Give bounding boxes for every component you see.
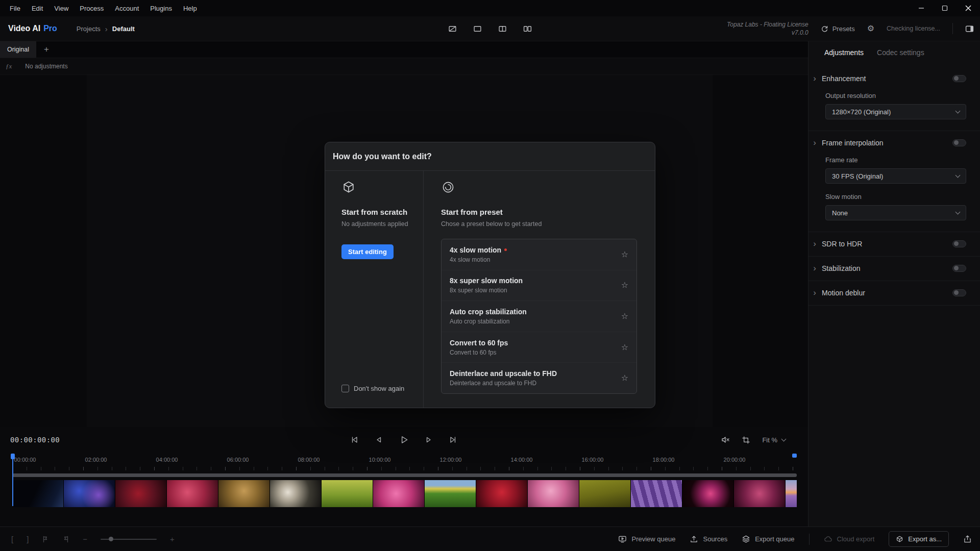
license-name: Topaz Labs - Floating License (727, 20, 808, 29)
stabilization-toggle[interactable] (952, 265, 966, 272)
frame-rate-select[interactable]: 30 FPS (Original) (825, 168, 966, 184)
favorite-star-icon[interactable]: ☆ (621, 374, 628, 382)
preset-heading: Start from preset (441, 208, 637, 216)
header-left: Video AIPro Projects › Default (8, 16, 135, 41)
adjustments-status: No adjustments (25, 63, 67, 70)
menu-account[interactable]: Account (109, 3, 144, 14)
menu-edit[interactable]: Edit (26, 3, 48, 14)
breadcrumb-projects[interactable]: Projects (77, 25, 101, 33)
filmstrip-thumb-bronze-glitter[interactable] (218, 480, 270, 507)
split-diagonal-view-icon[interactable] (448, 24, 457, 33)
filmstrip-thumb-crimson-flower[interactable] (476, 480, 527, 507)
menu-help[interactable]: Help (178, 3, 203, 14)
group-header[interactable]: › SDR to HDR (812, 239, 966, 248)
filmstrip-thumb-lavender-rows[interactable] (631, 480, 682, 507)
preset-title: Deinterlace and upscale to FHD (450, 369, 557, 378)
group-header[interactable]: › Frame interpolation (812, 138, 966, 147)
favorite-star-icon[interactable]: ☆ (621, 281, 628, 289)
dont-show-again-checkbox[interactable] (341, 385, 349, 392)
favorite-star-icon[interactable]: ☆ (621, 312, 628, 320)
zoom-out-icon[interactable]: − (83, 535, 87, 543)
preview-queue-button[interactable]: Preview queue (618, 535, 675, 543)
play-button[interactable] (399, 435, 409, 445)
minimize-button[interactable] (910, 0, 933, 16)
share-icon[interactable] (963, 535, 972, 543)
tab-adjustments[interactable]: Adjustments (824, 48, 864, 57)
tab-codec-settings[interactable]: Codec settings (877, 48, 924, 57)
side-by-side-view-icon[interactable] (523, 24, 532, 33)
marker-in-icon[interactable] (42, 536, 49, 543)
favorite-star-icon[interactable]: ☆ (621, 343, 628, 352)
filmstrip-thumb-pink-dahlia[interactable] (682, 480, 733, 507)
step-back-button[interactable] (374, 435, 383, 444)
filmstrip-thumb-magenta-flowers[interactable] (373, 480, 424, 507)
skip-to-end-button[interactable] (449, 435, 458, 444)
mark-in-icon[interactable]: [ (11, 535, 13, 543)
zoom-in-icon[interactable]: + (170, 535, 175, 543)
menu-process[interactable]: Process (74, 3, 109, 14)
filmstrip-thumb-lavender-sunset[interactable] (786, 480, 797, 507)
filmstrip-thumb-white-blossoms[interactable] (270, 480, 321, 507)
crop-icon[interactable] (742, 436, 750, 444)
favorite-star-icon[interactable]: ☆ (621, 251, 628, 259)
zoom-fit-select[interactable]: Fit % (762, 436, 786, 444)
filmstrip-thumb-olive-field[interactable] (579, 480, 630, 507)
close-button[interactable] (957, 0, 980, 16)
breadcrumb-current-project[interactable]: Default (112, 25, 135, 33)
marker-out-icon[interactable] (62, 536, 69, 543)
presets-button[interactable]: Presets (821, 25, 855, 33)
sdr-to-hdr-toggle[interactable] (952, 240, 966, 247)
add-tab-button[interactable]: + (36, 41, 57, 58)
group-header[interactable]: › Enhancement (812, 74, 966, 83)
preset-item-8x-super-slow-motion[interactable]: 8x super slow motion 8x super slow motio… (442, 270, 636, 301)
timeline-range-end-handle[interactable] (792, 454, 797, 458)
maximize-button[interactable] (933, 0, 957, 16)
start-editing-button[interactable]: Start editing (341, 244, 394, 259)
menu-plugins[interactable]: Plugins (144, 3, 178, 14)
dont-show-again-option[interactable]: Don't show again (341, 385, 423, 392)
export-as-button[interactable]: Export as... (889, 531, 949, 547)
timeline-zoom-slider[interactable] (101, 539, 157, 540)
mark-out-icon[interactable]: ] (27, 535, 29, 543)
cloud-export-button[interactable]: Cloud export (824, 535, 875, 543)
preset-item-auto-crop-stabilization[interactable]: Auto crop stabilization Auto crop stabil… (442, 300, 636, 332)
slow-motion-select[interactable]: None (825, 205, 966, 220)
group-header[interactable]: › Motion deblur (812, 288, 966, 297)
filmstrip-thumb-yellow-green-meadow[interactable] (322, 480, 373, 507)
filmstrip-thumb-pink-blossom[interactable] (528, 480, 579, 507)
toggle-knob (954, 241, 959, 246)
mute-icon[interactable] (721, 435, 730, 444)
sources-button[interactable]: Sources (690, 535, 727, 543)
preset-item-deinterlace-upscale-fhd[interactable]: Deinterlace and upscale to FHD Deinterla… (442, 362, 636, 393)
single-view-icon[interactable] (473, 24, 482, 33)
menu-view[interactable]: View (48, 3, 74, 14)
filmstrip-thumb-dark-pink-flowers[interactable] (734, 480, 785, 507)
preset-item-convert-to-60-fps[interactable]: Convert to 60 fps Convert to 60 fps ☆ (442, 332, 636, 363)
output-resolution-select[interactable]: 1280×720 (Original) (825, 104, 966, 119)
timeline-scrollbar[interactable] (12, 473, 797, 477)
filmstrip-thumb-red-pink-flowers[interactable] (167, 480, 218, 507)
step-forward-button[interactable] (424, 435, 433, 444)
frame-interpolation-toggle[interactable] (952, 139, 966, 146)
toggle-right-panel-icon[interactable] (965, 24, 974, 33)
zoom-slider-knob[interactable] (109, 537, 113, 541)
tab-original[interactable]: Original (0, 41, 36, 58)
app-logo: Video AIPro (8, 24, 57, 33)
filmstrip-thumb-green-field[interactable] (425, 480, 476, 507)
filmstrip-thumb-dark-navy[interactable] (12, 480, 63, 507)
bottom-bar-divider (809, 534, 810, 545)
preset-item-4x-slow-motion[interactable]: 4x slow motion 4x slow motion ☆ (442, 239, 636, 270)
motion-deblur-toggle[interactable] (952, 289, 966, 296)
group-header[interactable]: › Stabilization (812, 264, 966, 272)
export-queue-button[interactable]: Export queue (742, 535, 794, 543)
menu-file[interactable]: File (4, 3, 26, 14)
gear-icon[interactable]: ⚙ (867, 24, 874, 33)
filmstrip-thumb-dark-red-flowers[interactable] (115, 480, 166, 507)
filmstrip-thumb-blue-purple-flowers[interactable] (64, 480, 115, 507)
preset-subheading: Chose a preset below to get started (441, 220, 637, 228)
timeline-tick-label: 04:00:00 (156, 457, 178, 463)
enhancement-toggle[interactable] (952, 75, 966, 82)
start-from-scratch-panel: Start from scratch No adjustments applie… (325, 171, 424, 408)
split-view-icon[interactable] (498, 24, 507, 33)
skip-to-start-button[interactable] (350, 435, 359, 444)
